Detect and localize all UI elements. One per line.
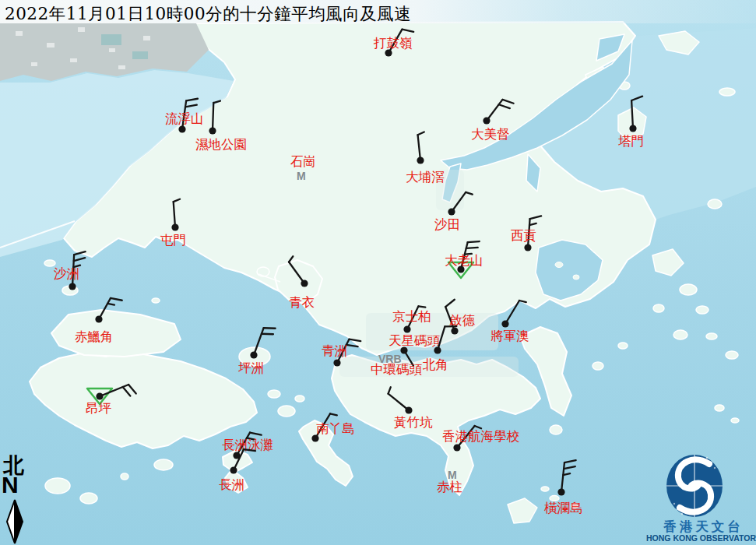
station-label: 中環碼頭 bbox=[371, 362, 423, 377]
station-label: 赤柱 bbox=[437, 480, 462, 494]
station-dot bbox=[230, 466, 237, 473]
station-label: 南丫島 bbox=[316, 421, 355, 436]
station-dot bbox=[448, 208, 455, 215]
station-dot bbox=[483, 117, 490, 124]
station-dot bbox=[629, 125, 636, 132]
station-label: 將軍澳 bbox=[491, 329, 529, 343]
station-label: 昂坪 bbox=[86, 401, 112, 416]
station-label: 青洲 bbox=[322, 343, 347, 358]
station-label: 京士柏 bbox=[392, 309, 431, 324]
missing-data-marker: M bbox=[297, 170, 306, 182]
station-dot bbox=[178, 125, 185, 132]
wind-barb-staff bbox=[213, 103, 213, 131]
compass-north-letter: N bbox=[2, 472, 17, 498]
station-dot bbox=[557, 488, 564, 495]
compass-needle-icon bbox=[2, 498, 30, 545]
station-dot bbox=[69, 283, 76, 290]
station-label: 青衣 bbox=[289, 295, 315, 310]
station-label: 西貢 bbox=[511, 228, 536, 243]
station-label: 沙田 bbox=[434, 217, 460, 232]
station-dot bbox=[209, 127, 216, 134]
station-dot bbox=[417, 156, 424, 164]
station-dot bbox=[501, 320, 508, 327]
station-label: 流浮山 bbox=[165, 111, 204, 126]
station-label: 天星碼頭 bbox=[389, 333, 441, 348]
wind-barb-feather bbox=[264, 328, 276, 329]
station-label: 大埔滘 bbox=[406, 170, 445, 185]
station-dot bbox=[434, 346, 441, 353]
station-dot bbox=[333, 359, 340, 366]
station-label: 香港航海學校 bbox=[442, 429, 520, 444]
compass-north-indicator: 北 N bbox=[2, 452, 33, 545]
station-dot bbox=[171, 223, 178, 230]
station-dot bbox=[250, 351, 257, 358]
hko-logo-name-english: HONG KONG OBSERVATORY bbox=[646, 533, 756, 543]
wind-barb-feather bbox=[418, 306, 425, 307]
station-label: 赤鱲角 bbox=[75, 329, 114, 344]
station-label: 打鼓嶺 bbox=[373, 36, 413, 51]
hko-logo: 香港天文台 HONG KONG OBSERVATORY bbox=[651, 450, 756, 545]
station-dot bbox=[403, 325, 410, 332]
station-label: 北角 bbox=[422, 357, 448, 372]
station-dot bbox=[453, 444, 460, 451]
station-label: 大美督 bbox=[471, 127, 510, 142]
station-dot bbox=[96, 392, 103, 399]
station-dot bbox=[301, 280, 308, 287]
station-label: 屯門 bbox=[160, 233, 186, 248]
station-dot bbox=[451, 327, 458, 334]
map-title: 2022年11月01日10時00分的十分鐘平均風向及風速 bbox=[5, 2, 411, 25]
station-dot bbox=[405, 406, 412, 413]
station-label: 塔門 bbox=[618, 134, 644, 149]
station-label: 大老山 bbox=[445, 253, 483, 268]
station-dot bbox=[524, 244, 531, 251]
station-label: 石崗 bbox=[290, 154, 316, 169]
map-canvas: 打鼓嶺流浮山濕地公園M石崗大埔滘大美督塔門屯門沙田西貢大老山沙洲赤鱲角青衣京士柏… bbox=[0, 0, 756, 545]
station-label: 濕地公園 bbox=[195, 137, 247, 152]
hko-wind-map: 打鼓嶺流浮山濕地公園M石崗大埔滘大美督塔門屯門沙田西貢大老山沙洲赤鱲角青衣京士柏… bbox=[0, 0, 756, 545]
wind-barb-feather bbox=[466, 248, 478, 248]
station-label: 橫瀾島 bbox=[544, 501, 583, 515]
station-dot bbox=[95, 315, 102, 322]
wind-barb-feather bbox=[262, 334, 273, 335]
station-label: 黃竹坑 bbox=[394, 415, 433, 430]
wind-barb-feather bbox=[468, 241, 480, 242]
station-label: 長洲 bbox=[219, 477, 244, 492]
station-label: 沙洲 bbox=[54, 266, 79, 281]
station-label: 坪洲 bbox=[238, 360, 264, 375]
